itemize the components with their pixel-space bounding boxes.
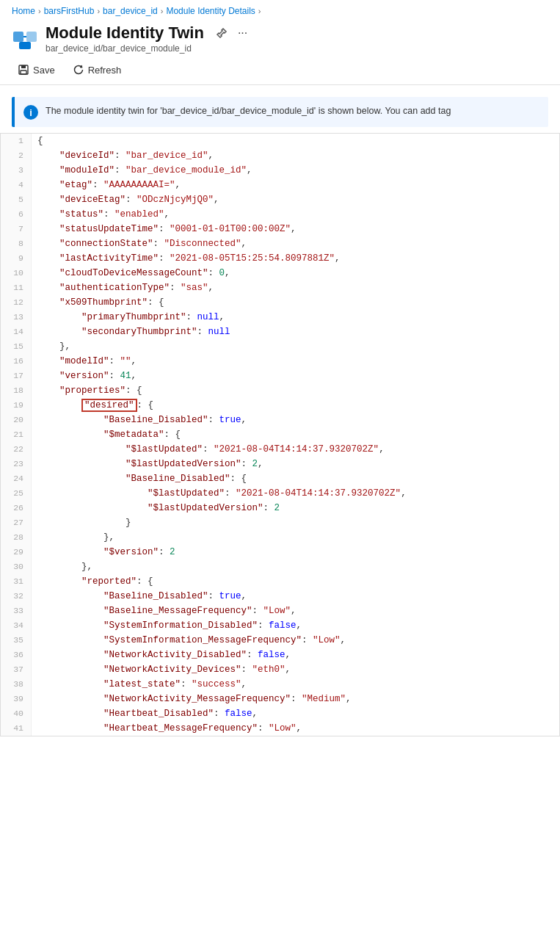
line-number: 39: [1, 692, 32, 706]
line-content: "$metadata": {: [32, 427, 559, 442]
breadcrumb-home[interactable]: Home: [12, 6, 35, 16]
json-line: 10 "cloudToDeviceMessageCount": 0,: [1, 266, 559, 280]
svg-rect-5: [21, 65, 26, 68]
line-number: 22: [1, 442, 32, 457]
line-number: 10: [1, 266, 32, 280]
more-options-button[interactable]: ···: [235, 25, 250, 41]
line-content: "authenticationType": "sas",: [32, 280, 559, 295]
line-content: "Heartbeat_MessageFrequency": "Low",: [32, 721, 559, 736]
page-title: Module Identity Twin ···: [46, 23, 250, 43]
json-line: 15 },: [1, 339, 559, 354]
info-icon: i: [23, 105, 38, 120]
line-content: "SystemInformation_MessageFrequency": "L…: [32, 633, 559, 648]
json-line: 30 },: [1, 560, 559, 574]
line-number: 24: [1, 471, 32, 486]
pin-button[interactable]: [213, 26, 230, 40]
line-number: 37: [1, 662, 32, 677]
json-editor[interactable]: 1{2 "deviceId": "bar_device_id",3 "modul…: [0, 133, 560, 736]
line-number: 38: [1, 677, 32, 692]
json-line: 14 "secondaryThumbprint": null: [1, 325, 559, 339]
line-number: 6: [1, 207, 32, 222]
json-line: 11 "authenticationType": "sas",: [1, 280, 559, 295]
line-content: "$lastUpdated": "2021-08-04T14:14:37.932…: [32, 442, 559, 457]
line-content: "Baseline_MessageFrequency": "Low",: [32, 604, 559, 618]
line-content: "statusUpdateTime": "0001-01-01T00:00:00…: [32, 222, 559, 236]
save-button[interactable]: Save: [12, 61, 61, 79]
line-content: "Heartbeat_Disabled": false,: [32, 706, 559, 721]
module-twin-icon: [12, 26, 38, 52]
json-line: 24 "Baseline_Disabled": {: [1, 471, 559, 486]
line-content: {: [32, 134, 559, 148]
page-header: Module Identity Twin ··· bar_device_id/b…: [0, 21, 560, 55]
json-line: 41 "Heartbeat_MessageFrequency": "Low",: [1, 721, 559, 736]
line-content: }: [32, 515, 559, 530]
line-content: "$lastUpdatedVersion": 2: [32, 501, 559, 515]
line-content: "reported": {: [32, 574, 559, 589]
json-line: 20 "Baseline_Disabled": true,: [1, 413, 559, 427]
line-content: "NetworkActivity_MessageFrequency": "Med…: [32, 692, 559, 706]
line-number: 12: [1, 295, 32, 310]
svg-rect-6: [21, 70, 26, 74]
line-number: 20: [1, 413, 32, 427]
line-content: "latest_state": "success",: [32, 677, 559, 692]
json-line: 4 "etag": "AAAAAAAAAI=",: [1, 178, 559, 192]
refresh-label: Refresh: [88, 65, 122, 76]
line-content: },: [32, 530, 559, 545]
line-number: 2: [1, 148, 32, 163]
line-content: "Baseline_Disabled": true,: [32, 413, 559, 427]
line-number: 3: [1, 163, 32, 178]
line-number: 7: [1, 222, 32, 236]
json-line: 26 "$lastUpdatedVersion": 2: [1, 501, 559, 515]
json-line: 18 "properties": {: [1, 383, 559, 398]
breadcrumb: Home › barsFirstHub › bar_device_id › Mo…: [0, 0, 560, 21]
breadcrumb-hub[interactable]: barsFirstHub: [44, 6, 95, 16]
json-line: 9 "lastActivityTime": "2021-08-05T15:25:…: [1, 251, 559, 266]
json-line: 32 "Baseline_Disabled": true,: [1, 589, 559, 604]
refresh-button[interactable]: Refresh: [67, 61, 128, 79]
line-content: "connectionState": "Disconnected",: [32, 236, 559, 251]
line-number: 32: [1, 589, 32, 604]
svg-rect-1: [26, 32, 37, 42]
line-content: "primaryThumbprint": null,: [32, 310, 559, 325]
json-line: 6 "status": "enabled",: [1, 207, 559, 222]
json-line: 23 "$lastUpdatedVersion": 2,: [1, 457, 559, 471]
json-line: 2 "deviceId": "bar_device_id",: [1, 148, 559, 163]
line-content: "modelId": "",: [32, 354, 559, 369]
line-number: 4: [1, 178, 32, 192]
line-number: 33: [1, 604, 32, 618]
line-content: "Baseline_Disabled": {: [32, 471, 559, 486]
json-line: 39 "NetworkActivity_MessageFrequency": "…: [1, 692, 559, 706]
line-number: 36: [1, 648, 32, 662]
page-title-text: Module Identity Twin: [46, 23, 204, 43]
line-number: 26: [1, 501, 32, 515]
json-line: 3 "moduleId": "bar_device_module_id",: [1, 163, 559, 178]
breadcrumb-current: Module Identity Details: [166, 6, 255, 16]
line-content: "SystemInformation_Disabled": false,: [32, 618, 559, 633]
line-number: 8: [1, 236, 32, 251]
line-number: 35: [1, 633, 32, 648]
line-number: 30: [1, 560, 32, 574]
line-number: 28: [1, 530, 32, 545]
json-line: 16 "modelId": "",: [1, 354, 559, 369]
line-number: 40: [1, 706, 32, 721]
json-line: 36 "NetworkActivity_Disabled": false,: [1, 648, 559, 662]
page-title-group: Module Identity Twin ··· bar_device_id/b…: [46, 23, 250, 54]
json-line: 7 "statusUpdateTime": "0001-01-01T00:00:…: [1, 222, 559, 236]
line-number: 23: [1, 457, 32, 471]
line-content: "NetworkActivity_Devices": "eth0",: [32, 662, 559, 677]
json-line: 5 "deviceEtag": "ODczNjcyMjQ0",: [1, 192, 559, 207]
line-content: "properties": {: [32, 383, 559, 398]
line-number: 25: [1, 486, 32, 501]
line-content: "NetworkActivity_Disabled": false,: [32, 648, 559, 662]
line-number: 9: [1, 251, 32, 266]
line-content: "Baseline_Disabled": true,: [32, 589, 559, 604]
json-line: 40 "Heartbeat_Disabled": false,: [1, 706, 559, 721]
breadcrumb-device[interactable]: bar_device_id: [103, 6, 158, 16]
line-number: 19: [1, 398, 32, 413]
json-line: 19 "desired": {: [1, 398, 559, 413]
line-content: "x509Thumbprint": {: [32, 295, 559, 310]
line-content: "deviceId": "bar_device_id",: [32, 148, 559, 163]
svg-rect-0: [13, 32, 23, 42]
line-number: 16: [1, 354, 32, 369]
line-content: "secondaryThumbprint": null: [32, 325, 559, 339]
